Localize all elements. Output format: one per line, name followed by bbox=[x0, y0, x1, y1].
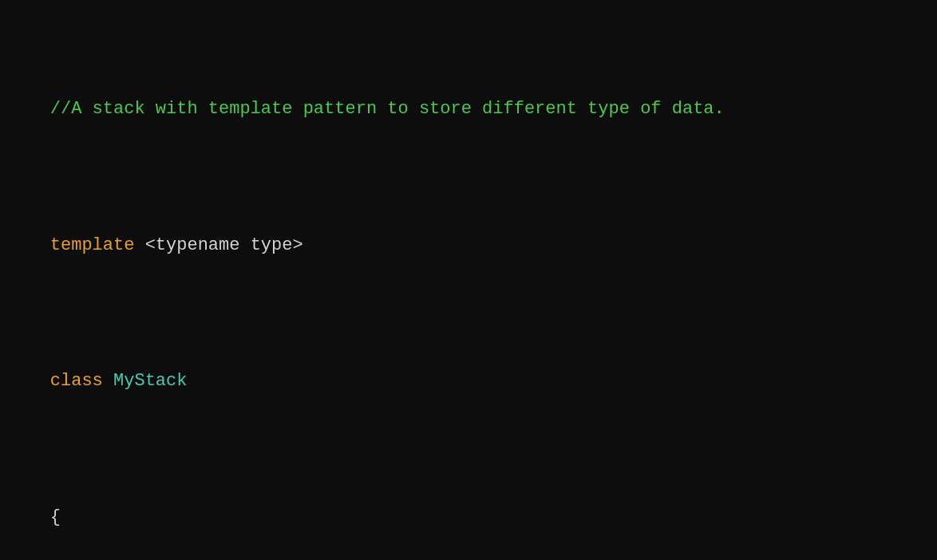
code-editor: //A stack with template pattern to store… bbox=[8, 14, 929, 560]
open-brace: { bbox=[50, 507, 61, 527]
code-line-template: template <typename type> bbox=[8, 205, 929, 286]
code-line-open-brace: { bbox=[8, 477, 929, 558]
template-rest: <typename type> bbox=[134, 235, 302, 255]
comment-line: //A stack with template pattern to store… bbox=[8, 69, 929, 150]
class-name-text: MyStack bbox=[103, 371, 188, 391]
code-line-class: class MyStack bbox=[8, 341, 929, 422]
class-keyword: class bbox=[50, 371, 103, 391]
template-keyword: template bbox=[50, 235, 135, 255]
comment-text: //A stack with template pattern to store… bbox=[50, 99, 725, 119]
